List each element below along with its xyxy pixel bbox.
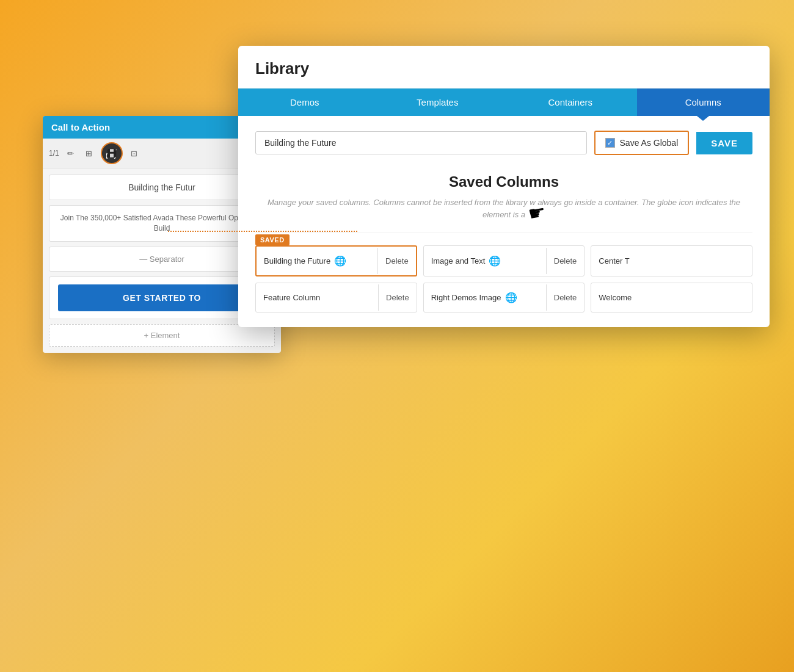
column-item-right-demos-image[interactable]: Right Demos Image 🌐 Delete [423, 283, 585, 313]
columns-grid-row1: Building the Future 🌐 Delete Image and T… [255, 245, 752, 276]
image-icon[interactable]: ⊞ [82, 146, 96, 160]
column-name-image-and-text: Image and Text 🌐 [424, 247, 546, 275]
globe-icon: 🌐 [489, 255, 501, 267]
globe-icon: 🌐 [505, 292, 517, 303]
column-name-input[interactable] [255, 131, 587, 154]
save-button[interactable]: SAVE [696, 132, 752, 154]
add-element-section[interactable]: + Element [49, 324, 275, 347]
column-name-text: Building the Future [264, 256, 330, 266]
tab-templates[interactable]: Templates [371, 89, 504, 116]
tab-containers[interactable]: Containers [504, 89, 637, 116]
library-title: Library [255, 59, 752, 78]
save-global-checkbox[interactable]: ✓ [605, 138, 615, 148]
save-global-label: Save As Global [620, 138, 679, 148]
divider [255, 233, 752, 233]
library-body: ✓ Save As Global SAVE Saved Columns Mana… [238, 116, 770, 327]
delete-image-and-text-button[interactable]: Delete [546, 248, 585, 274]
column-name-right-demos-image: Right Demos Image 🌐 [424, 283, 546, 312]
saved-wrapper: SAVED Building the Future 🌐 Delete Image… [255, 245, 752, 276]
delete-feature-column-button[interactable]: Delete [378, 284, 417, 311]
column-item-feature-column[interactable]: Feature Column Delete [255, 283, 417, 313]
column-name-building-the-future: Building the Future 🌐 [257, 247, 377, 275]
duplicate-icon[interactable]: ⊡ [128, 146, 141, 160]
column-name-welcome: Welcome [591, 284, 752, 311]
column-name-text: Image and Text [431, 256, 486, 266]
column-name-text: Feature Column [263, 293, 320, 302]
save-row: ✓ Save As Global SAVE [255, 131, 752, 155]
saved-badge: SAVED [255, 234, 290, 245]
dotted-connector-line [168, 231, 357, 232]
save-column-icon[interactable] [101, 142, 123, 164]
column-name-text: Right Demos Image [431, 293, 501, 302]
saved-columns-description: Manage your saved columns. Columns canno… [255, 197, 752, 220]
section-title: Building the Futur [58, 182, 266, 192]
separator-label: — Separator [58, 255, 266, 264]
column-item-image-and-text[interactable]: Image and Text 🌐 Delete [423, 245, 585, 276]
column-name-feature-column: Feature Column [256, 284, 378, 311]
delete-right-demos-image-button[interactable]: Delete [546, 284, 585, 311]
column-name-text: Welcome [599, 293, 632, 302]
library-tabs: Demos Templates Containers Columns [238, 89, 770, 116]
column-item-building-the-future[interactable]: Building the Future 🌐 Delete [255, 245, 417, 276]
back-panel-title: Call to Action [51, 122, 110, 132]
saved-columns-title: Saved Columns [255, 173, 752, 190]
column-name-center-t: Center T [591, 248, 752, 274]
library-header: Library [238, 46, 770, 89]
save-as-global-button[interactable]: ✓ Save As Global [594, 131, 690, 155]
column-name-text: Center T [599, 256, 629, 266]
tab-columns[interactable]: Columns [637, 89, 770, 116]
tab-demos[interactable]: Demos [238, 89, 371, 116]
globe-icon: 🌐 [334, 255, 346, 267]
column-item-center-t[interactable]: Center T [591, 245, 752, 276]
toolbar-page-label: 1/1 [49, 149, 59, 157]
pencil-icon[interactable]: ✏ [64, 146, 78, 160]
cta-button[interactable]: GET STARTED TO [58, 284, 266, 311]
library-panel: Library Demos Templates Containers Colum… [238, 46, 770, 327]
columns-grid-row2: Feature Column Delete Right Demos Image … [255, 283, 752, 313]
column-item-welcome[interactable]: Welcome [591, 283, 752, 313]
delete-building-the-future-button[interactable]: Delete [377, 248, 416, 274]
add-element-label[interactable]: + Element [144, 331, 180, 340]
